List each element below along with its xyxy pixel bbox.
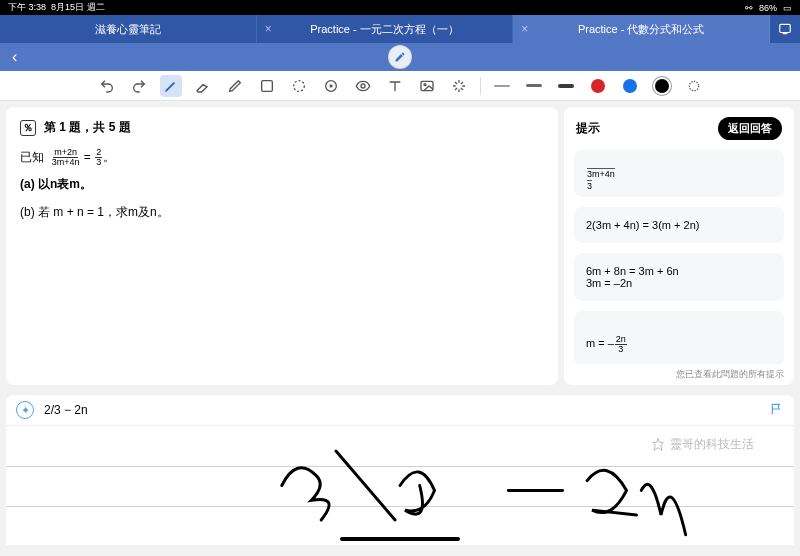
hint-item: 6m + 8n = 3m + 6n 3m = –2n (574, 253, 784, 301)
stroke-med[interactable] (523, 75, 545, 97)
highlighter-tool[interactable] (224, 75, 246, 97)
lasso-tool[interactable] (288, 75, 310, 97)
color-custom[interactable] (683, 75, 705, 97)
answer-expression: 2/3 − 2n (44, 403, 88, 417)
home-indicator[interactable] (340, 537, 460, 541)
part-a: (a) 以n表m。 (20, 175, 544, 194)
hints-footnote: 您已查看此問題的所有提示 (564, 364, 794, 385)
color-red[interactable] (587, 75, 609, 97)
tab-practice-2[interactable]: Practice - 代數分式和公式 (513, 15, 770, 43)
toolbar (0, 71, 800, 101)
hints-header: 提示 返回回答 (564, 107, 794, 150)
shape-tool[interactable] (256, 75, 278, 97)
color-blue[interactable] (619, 75, 641, 97)
undo-button[interactable] (96, 75, 118, 97)
tab-bar: 滋養心靈筆記 Practice - 一元二次方程（一） Practice - 代… (0, 15, 800, 43)
redo-button[interactable] (128, 75, 150, 97)
stroke-thick[interactable] (555, 75, 577, 97)
handwriting (6, 426, 794, 545)
svg-point-2 (293, 80, 304, 91)
answer-section: ✦ 2/3 − 2n 靈哥的科技生活 (0, 391, 800, 545)
pen-tool[interactable] (160, 75, 182, 97)
color-black[interactable] (651, 75, 673, 97)
battery-icon: ▭ (783, 3, 792, 13)
hint-item: m = –2n3 (574, 311, 784, 364)
status-time: 下午 3:38 8月15日 週二 (8, 1, 105, 14)
given-line: 已知 m+2n3m+4n = 23。 (20, 148, 544, 167)
tab-overflow-button[interactable] (770, 15, 800, 43)
question-icon: ％ (20, 120, 36, 136)
question-header: ％ 第 1 題，共 5 題 (20, 119, 544, 136)
answer-bar: ✦ 2/3 − 2n (6, 395, 794, 425)
part-b: (b) 若 m + n = 1，求m及n。 (20, 203, 544, 222)
tab-practice-1[interactable]: Practice - 一元二次方程（一） (257, 15, 514, 43)
svg-rect-1 (261, 80, 272, 91)
hints-title: 提示 (576, 120, 600, 137)
status-bar: 下午 3:38 8月15日 週二 ⚯ 86% ▭ (0, 0, 800, 15)
back-answer-button[interactable]: 返回回答 (718, 117, 782, 140)
svg-point-7 (689, 81, 698, 90)
svg-point-4 (361, 84, 365, 88)
text-tool[interactable] (384, 75, 406, 97)
sparkle-tool[interactable] (448, 75, 470, 97)
hint-item: 2(3m + 4n) = 3(m + 2n) (574, 207, 784, 243)
divider (480, 77, 481, 95)
hints-list[interactable]: 3m+4n 3 2(3m + 4n) = 3(m + 2n) 6m + 8n =… (564, 150, 794, 364)
stroke-thin[interactable] (491, 75, 513, 97)
svg-rect-0 (780, 24, 791, 32)
question-card: ％ 第 1 題，共 5 題 已知 m+2n3m+4n = 23。 (a) 以n表… (6, 107, 558, 385)
svg-point-6 (424, 83, 426, 85)
link-icon: ⚯ (745, 3, 753, 13)
content-area: ％ 第 1 題，共 5 題 已知 m+2n3m+4n = 23。 (a) 以n表… (0, 101, 800, 391)
hint-item: 3m+4n 3 (574, 150, 784, 197)
ai-tool[interactable] (320, 75, 342, 97)
hints-card: 提示 返回回答 3m+4n 3 2(3m + 4n) = 3(m + 2n) 6… (564, 107, 794, 385)
nav-bar: ‹ (0, 43, 800, 71)
scratch-area[interactable]: 靈哥的科技生活 (6, 425, 794, 545)
flag-button[interactable] (770, 402, 784, 419)
pen-mode-button[interactable] (388, 45, 412, 69)
question-title: 第 1 題，共 5 題 (44, 119, 131, 136)
answer-icon[interactable]: ✦ (16, 401, 34, 419)
status-right: ⚯ 86% ▭ (745, 3, 792, 13)
image-tool[interactable] (416, 75, 438, 97)
eraser-tool[interactable] (192, 75, 214, 97)
back-button[interactable]: ‹ (0, 48, 29, 66)
preview-tool[interactable] (352, 75, 374, 97)
battery-label: 86% (759, 3, 777, 13)
svg-rect-5 (421, 81, 433, 90)
tab-notes[interactable]: 滋養心靈筆記 (0, 15, 257, 43)
question-body: 已知 m+2n3m+4n = 23。 (a) 以n表m。 (b) 若 m + n… (20, 148, 544, 230)
